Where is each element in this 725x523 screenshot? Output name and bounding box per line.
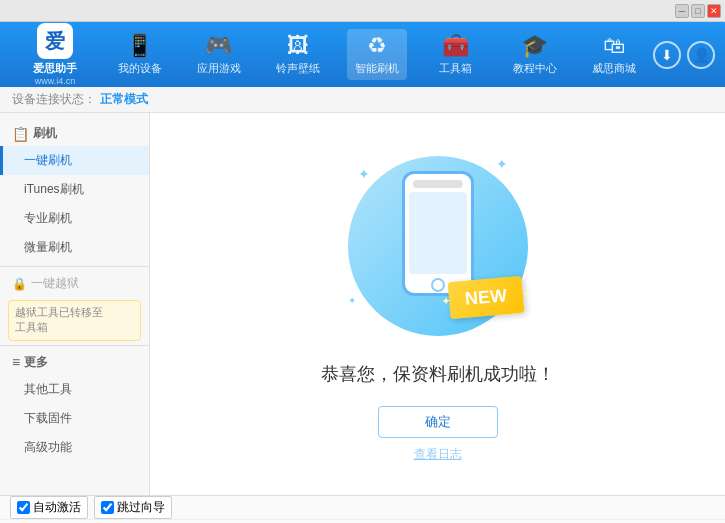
logo-url: www.i4.cn [35, 76, 76, 86]
main-layout: 📋 刷机 一键刷机 iTunes刷机 专业刷机 微量刷机 🔒 一键越狱 越狱工具… [0, 113, 725, 495]
user-button[interactable]: 👤 [687, 41, 715, 69]
status-value: 正常模式 [100, 91, 148, 108]
confirm-button[interactable]: 确定 [378, 406, 498, 438]
skip-wizard-checkbox[interactable]: 跳过向导 [94, 496, 172, 519]
minimize-button[interactable]: ─ [675, 4, 689, 18]
header: 爱 爱思助手 www.i4.cn 📱 我的设备 🎮 应用游戏 🖼 铃声壁纸 ♻ … [0, 22, 725, 87]
sidebar-item-one-click-flash[interactable]: 一键刷机 [0, 146, 149, 175]
download-button[interactable]: ⬇ [653, 41, 681, 69]
header-actions: ⬇ 👤 [653, 41, 715, 69]
my-device-label: 我的设备 [118, 61, 162, 76]
maximize-button[interactable]: □ [691, 4, 705, 18]
sparkle-2: ✦ [496, 156, 508, 172]
sidebar-item-micro-flash[interactable]: 微量刷机 [0, 233, 149, 262]
success-message: 恭喜您，保资料刷机成功啦！ [321, 362, 555, 386]
content-area: NEW ✦ ✦ ✦ 恭喜您，保资料刷机成功啦！ 确定 查看日志 [150, 113, 725, 495]
phone-illustration [402, 171, 474, 296]
sidebar-item-download-firmware[interactable]: 下载固件 [0, 404, 149, 433]
tutorial-icon: 🎓 [521, 33, 548, 59]
smart-flash-icon: ♻ [367, 33, 387, 59]
skip-wizard-label: 跳过向导 [117, 499, 165, 516]
logo-title: 爱思助手 [33, 61, 77, 76]
sidebar-item-pro-flash[interactable]: 专业刷机 [0, 204, 149, 233]
logo-icon: 爱 [37, 23, 73, 59]
sidebar-item-itunes-flash[interactable]: iTunes刷机 [0, 175, 149, 204]
toolbox-label: 工具箱 [439, 61, 472, 76]
sidebar-section-flash: 📋 刷机 [0, 121, 149, 146]
flash-section-label: 刷机 [33, 125, 57, 142]
smart-flash-label: 智能刷机 [355, 61, 399, 76]
sidebar-jailbreak-locked: 🔒 一键越狱 [0, 271, 149, 296]
sidebar-divider-1 [0, 266, 149, 267]
statusbar: 设备连接状态： 正常模式 [0, 87, 725, 113]
app-game-icon: 🎮 [205, 33, 232, 59]
my-device-icon: 📱 [126, 33, 153, 59]
sidebar-notice: 越狱工具已转移至工具箱 [8, 300, 141, 341]
window-controls[interactable]: ─ □ ✕ [675, 4, 721, 18]
new-badge: NEW [447, 275, 524, 318]
flash-section-icon: 📋 [12, 126, 29, 142]
sparkle-1: ✦ [358, 166, 370, 182]
auto-activate-checkbox[interactable]: 自动激活 [10, 496, 88, 519]
app-game-label: 应用游戏 [197, 61, 241, 76]
nav-bar: 📱 我的设备 🎮 应用游戏 🖼 铃声壁纸 ♻ 智能刷机 🧰 工具箱 🎓 教程中心… [100, 29, 653, 80]
logo-area[interactable]: 爱 爱思助手 www.i4.cn [10, 23, 100, 86]
jailbreak-label: 一键越狱 [31, 275, 79, 292]
tutorial-label: 教程中心 [513, 61, 557, 76]
mall-icon: 🛍 [603, 33, 625, 59]
titlebar: ─ □ ✕ [0, 0, 725, 22]
status-label: 设备连接状态： [12, 91, 96, 108]
auto-activate-input[interactable] [17, 501, 30, 514]
more-section-label: 更多 [24, 354, 48, 371]
auto-activate-label: 自动激活 [33, 499, 81, 516]
mall-label: 威思商城 [592, 61, 636, 76]
nav-my-device[interactable]: 📱 我的设备 [110, 29, 170, 80]
success-illustration: NEW ✦ ✦ ✦ [338, 146, 538, 346]
lock-icon: 🔒 [12, 277, 27, 291]
nav-ringtone[interactable]: 🖼 铃声壁纸 [268, 29, 328, 80]
skip-wizard-input[interactable] [101, 501, 114, 514]
sparkle-3: ✦ [348, 295, 356, 306]
close-button[interactable]: ✕ [707, 4, 721, 18]
nav-smart-flash[interactable]: ♻ 智能刷机 [347, 29, 407, 80]
ringtone-icon: 🖼 [287, 33, 309, 59]
ringtone-label: 铃声壁纸 [276, 61, 320, 76]
sidebar-section-more: ≡ 更多 [0, 350, 149, 375]
sidebar: 📋 刷机 一键刷机 iTunes刷机 专业刷机 微量刷机 🔒 一键越狱 越狱工具… [0, 113, 150, 495]
sidebar-item-advanced[interactable]: 高级功能 [0, 433, 149, 462]
nav-mall[interactable]: 🛍 威思商城 [584, 29, 644, 80]
checkbox-row: 自动激活 跳过向导 [0, 496, 725, 520]
nav-app-game[interactable]: 🎮 应用游戏 [189, 29, 249, 80]
nav-toolbox[interactable]: 🧰 工具箱 [426, 29, 486, 80]
nav-tutorial[interactable]: 🎓 教程中心 [505, 29, 565, 80]
sidebar-divider-2 [0, 345, 149, 346]
log-link[interactable]: 查看日志 [414, 446, 462, 463]
sidebar-item-other-tools[interactable]: 其他工具 [0, 375, 149, 404]
toolbox-icon: 🧰 [442, 33, 469, 59]
more-section-icon: ≡ [12, 354, 20, 370]
bottom-panel: 自动激活 跳过向导 📱 iPhone 12 mini 64GB Down-12m… [0, 495, 725, 523]
